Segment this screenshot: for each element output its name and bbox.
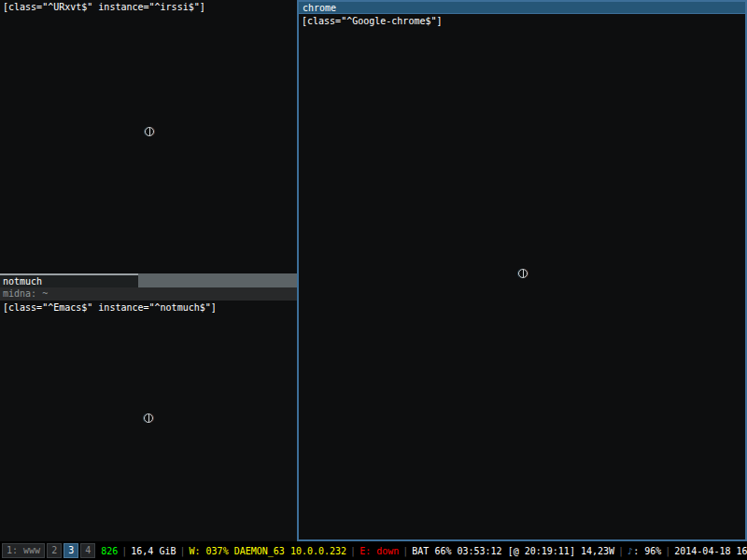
desktop: [class="^URxvt$" instance="^irssi$"] not… <box>0 0 747 560</box>
titlebar-chrome[interactable]: chrome <box>299 2 745 14</box>
status-battery: BAT 66% 03:53:12 [@ 20:19:11] 14,23W <box>412 546 614 556</box>
workspace-button-3[interactable]: 3 <box>63 543 78 558</box>
swallow-criteria-irssi: [class="^URxvt$" instance="^irssi$"] <box>0 0 297 14</box>
swallow-criteria-notmuch: [class="^Emacs$" instance="^notmuch$"] <box>0 301 297 315</box>
titlebar-notmuch-fill <box>138 273 297 287</box>
status-mail-count: 826 <box>101 546 118 556</box>
status-separator: | <box>618 546 624 556</box>
status-separator: | <box>179 546 185 556</box>
status-ethernet: E: down <box>359 546 399 556</box>
window-irssi-placeholder[interactable]: [class="^URxvt$" instance="^irssi$"] <box>0 0 297 273</box>
titlebar-notmuch[interactable]: notmuch <box>0 273 297 287</box>
window-notmuch-placeholder[interactable]: [class="^Emacs$" instance="^notmuch$"] <box>0 301 297 541</box>
status-separator: | <box>402 546 408 556</box>
i3status-text: 826 | 16,4 GiB | W: 037% DAEMON_63 10.0.… <box>101 546 747 556</box>
status-memory: 16,4 GiB <box>131 546 176 556</box>
workspace-button-1[interactable]: 1: www <box>2 543 45 558</box>
status-volume: : 96% <box>633 546 661 556</box>
titlebar-midna[interactable]: midna: ~ <box>0 287 297 301</box>
swallow-criteria-chrome: [class="^Google-chrome$"] <box>299 14 745 28</box>
watch-cursor-icon <box>145 127 154 136</box>
window-chrome-content[interactable]: [class="^Google-chrome$"] <box>299 14 745 539</box>
watch-cursor-icon <box>144 413 153 423</box>
status-bar: 1: www 2 3 4 826 | 16,4 GiB | W: 037% DA… <box>0 541 747 560</box>
status-date: 2014-04-18 16: <box>674 546 747 556</box>
workspace-button-4[interactable]: 4 <box>80 543 95 558</box>
status-wireless: W: 037% DAEMON_63 10.0.0.232 <box>190 546 347 556</box>
status-separator: | <box>121 546 127 556</box>
status-separator: | <box>350 546 356 556</box>
watch-cursor-icon <box>518 269 528 278</box>
workspace-button-2[interactable]: 2 <box>47 543 62 558</box>
window-chrome-placeholder[interactable]: chrome [class="^Google-chrome$"] <box>297 0 747 541</box>
titlebar-notmuch-label[interactable]: notmuch <box>0 273 138 287</box>
status-separator: | <box>665 546 670 556</box>
window-notmuch-container[interactable]: notmuch midna: ~ [class="^Emacs$" instan… <box>0 273 297 541</box>
